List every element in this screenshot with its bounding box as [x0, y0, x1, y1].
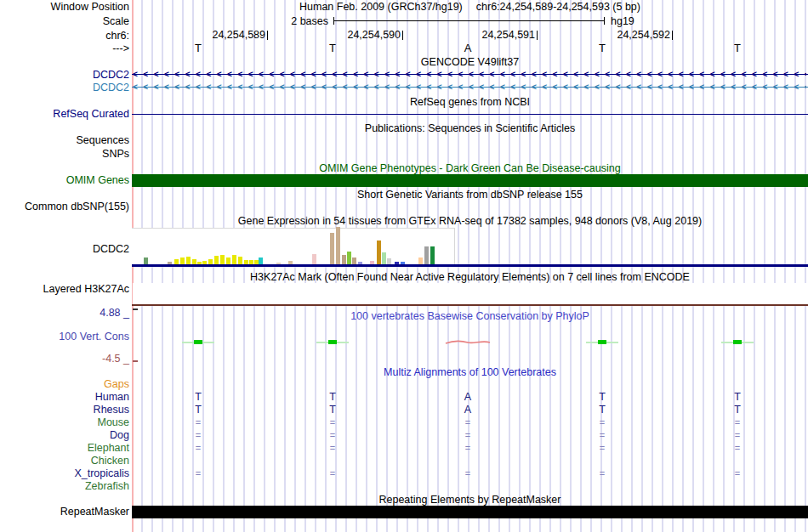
- gtex-tissue-bar: [186, 257, 191, 264]
- track-label-zebrafish[interactable]: Zebrafish: [0, 480, 129, 492]
- gtex-tissue-bar: [382, 252, 386, 264]
- phylop-positive-mark: [194, 340, 202, 344]
- refseq-curated-line[interactable]: [132, 114, 808, 115]
- gtex-tissue-bar: [259, 258, 263, 264]
- track-title: Multiz Alignments of 100 Vertebrates: [132, 366, 808, 378]
- multiz-base-x_tropicalis: =: [729, 467, 746, 479]
- track-label-rhesus[interactable]: Rhesus: [0, 404, 129, 416]
- track-label-common-dbsnp-155-[interactable]: Common dbSNP(155): [0, 201, 129, 212]
- gtex-tissue-bar: [377, 241, 381, 264]
- track-title: Gene Expression in 54 tissues from GTEx …: [132, 215, 808, 227]
- coordinate-tick: [402, 31, 403, 40]
- track-label-refseq-curated[interactable]: RefSeq Curated: [0, 108, 129, 120]
- gene-strand-arrows: <<<<<<<<<<<<<<<<<<<<<<<<<<<<<<<<<<<<<<<<…: [133, 82, 806, 93]
- genome-browser-image: Human Feb. 2009 (GRCh37/hg19) chr6:24,25…: [0, 0, 808, 532]
- gtex-tissue-bar: [232, 255, 236, 264]
- phylop-positive-mark: [733, 340, 742, 344]
- multiz-base-mouse: =: [324, 416, 341, 428]
- multiz-base-mouse: =: [459, 416, 476, 428]
- multiz-base-human: T: [729, 391, 746, 403]
- gtex-tissue-bar: [352, 258, 356, 264]
- gtex-tissue-bar: [226, 258, 230, 264]
- track-label-x-tropicalis[interactable]: X_tropicalis: [0, 467, 129, 479]
- multiz-base-dog: =: [190, 429, 207, 441]
- coordinate-label: 24,254,590: [307, 30, 401, 41]
- track-label-dog[interactable]: Dog: [0, 429, 129, 441]
- multiz-base-x_tropicalis: =: [190, 467, 207, 479]
- track-label-100-vert-cons[interactable]: 100 Vert. Cons: [0, 331, 129, 342]
- track-label-elephant[interactable]: Elephant: [0, 442, 129, 454]
- track-title: GENCODE V49lift37: [132, 56, 808, 68]
- track-label-window-position[interactable]: Window Position: [0, 1, 129, 13]
- coordinate-label: 24,254,592: [577, 30, 670, 41]
- multiz-base-rhesus: T: [190, 404, 207, 416]
- multiz-base-mouse: =: [594, 416, 611, 428]
- track-label-4-88-[interactable]: 4.88 _: [0, 307, 129, 319]
- multiz-base-elephant: =: [594, 442, 611, 454]
- phylop-negative-mark: [445, 337, 491, 349]
- multiz-base-elephant: =: [459, 442, 476, 454]
- multiz-base-human: T: [594, 391, 611, 403]
- coordinate-tick: [267, 31, 268, 40]
- multiz-base-rhesus: T: [324, 404, 341, 416]
- track-title: Publications: Sequences in Scientific Ar…: [132, 122, 808, 134]
- base-letter: T: [324, 42, 341, 54]
- track-label-gaps[interactable]: Gaps: [0, 378, 129, 390]
- multiz-base-elephant: =: [324, 442, 341, 454]
- coordinate-tick: [537, 31, 538, 40]
- multiz-base-dog: =: [594, 429, 611, 441]
- phylop-positive-mark: [328, 340, 337, 344]
- gtex-tissue-bar: [214, 256, 219, 264]
- coordinate-tick: [672, 31, 673, 40]
- gtex-tissue-bar: [387, 258, 391, 264]
- track-label-snps[interactable]: SNPs: [0, 148, 129, 160]
- coordinate-label: 24,254,591: [441, 30, 535, 41]
- multiz-base-x_tropicalis: =: [324, 467, 341, 479]
- gtex-tissue-bar: [238, 257, 242, 264]
- multiz-base-elephant: =: [190, 442, 207, 454]
- track-label-dcdc2[interactable]: DCDC2: [0, 69, 129, 81]
- scale-value: 2 bases: [243, 15, 328, 27]
- omim-genes-bar[interactable]: [132, 174, 808, 187]
- track-label-omim-genes[interactable]: OMIM Genes: [0, 174, 129, 186]
- gtex-tissue-bar: [347, 252, 351, 264]
- multiz-base-dog: =: [324, 429, 341, 441]
- track-label-scale[interactable]: Scale: [0, 15, 129, 27]
- track-label--[interactable]: --->: [0, 42, 129, 54]
- track-label-human[interactable]: Human: [0, 391, 129, 403]
- position-header: Human Feb. 2009 (GRCh37/hg19) chr6:24,25…: [132, 1, 808, 13]
- track-label-sequences[interactable]: Sequences: [0, 134, 129, 146]
- track-label-chr6-[interactable]: chr6:: [0, 30, 129, 42]
- multiz-base-x_tropicalis: =: [594, 467, 611, 479]
- track-label--4-5-[interactable]: -4.5 _: [0, 353, 129, 365]
- track-label-chicken[interactable]: Chicken: [0, 455, 129, 467]
- gtex-tissue-bar: [220, 255, 225, 264]
- h3k27ac-baseline: [132, 304, 808, 306]
- gtex-tissue-bar: [336, 227, 340, 264]
- multiz-base-dog: =: [459, 429, 476, 441]
- repeatmasker-bar[interactable]: [132, 506, 808, 518]
- track-label-dcdc2[interactable]: DCDC2: [0, 243, 129, 255]
- track-label-repeatmasker[interactable]: RepeatMasker: [0, 506, 129, 518]
- coordinate-label: 24,254,589: [172, 30, 265, 41]
- base-letter: T: [190, 42, 207, 54]
- cons-min-tick: [133, 360, 138, 362]
- multiz-base-human: T: [324, 391, 341, 403]
- multiz-base-mouse: =: [190, 416, 207, 428]
- base-letter: T: [594, 42, 611, 54]
- scale-bar-left-tick: [333, 17, 334, 25]
- multiz-base-elephant: =: [729, 442, 746, 454]
- gtex-tissue-bar: [430, 246, 435, 264]
- track-title: OMIM Gene Phenotypes - Dark Green Can Be…: [132, 162, 808, 174]
- track-label-mouse[interactable]: Mouse: [0, 416, 129, 428]
- multiz-base-rhesus: A: [459, 404, 476, 416]
- cons-max-tick: [133, 308, 138, 310]
- track-label-dcdc2[interactable]: DCDC2: [0, 82, 129, 93]
- gtex-baseline: [132, 264, 808, 267]
- gtex-tissue-bar: [144, 258, 148, 264]
- track-label-layered-h3k27ac[interactable]: Layered H3K27Ac: [0, 283, 129, 295]
- multiz-base-mouse: =: [729, 416, 746, 428]
- h3k27ac-track-area[interactable]: [133, 283, 808, 304]
- multiz-base-rhesus: T: [594, 404, 611, 416]
- assembly-label: Human Feb. 2009 (GRCh37/hg19): [299, 1, 463, 13]
